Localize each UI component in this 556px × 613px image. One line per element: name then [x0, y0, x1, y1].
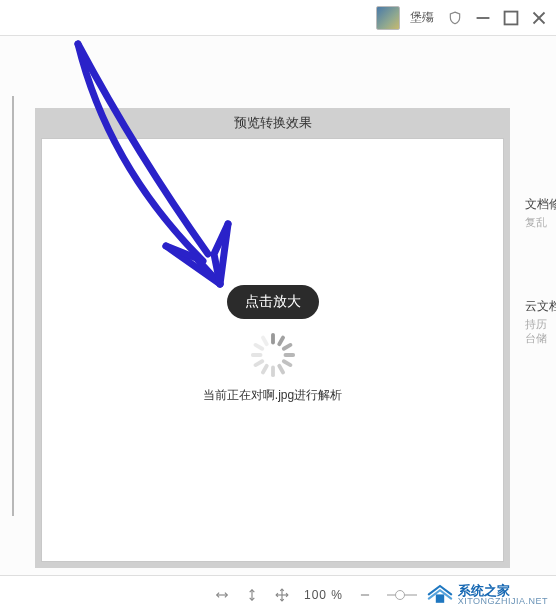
parsing-status: 当前正在对啊.jpg进行解析 — [42, 387, 503, 404]
zoom-percent: 100 % — [304, 588, 343, 602]
fit-page-icon[interactable] — [274, 587, 290, 603]
zoom-tooltip: 点击放大 — [227, 285, 319, 319]
shield-icon[interactable] — [444, 7, 466, 29]
side-card-2-sub: 持历 台储 — [525, 317, 556, 346]
svg-line-14 — [255, 345, 262, 349]
vertical-divider — [12, 96, 14, 516]
content-area: 预览转换效果 点击放大 — [0, 36, 556, 575]
svg-line-15 — [262, 338, 266, 345]
avatar[interactable] — [376, 6, 400, 30]
preview-canvas[interactable]: 点击放大 — [41, 138, 504, 562]
side-card-1-sub: 复乱 — [525, 215, 556, 230]
watermark-url: XITONGZHIJIA.NET — [458, 597, 548, 606]
svg-line-8 — [283, 361, 290, 365]
zoom-out-icon[interactable] — [357, 587, 373, 603]
fit-height-icon[interactable] — [244, 587, 260, 603]
svg-line-11 — [262, 366, 266, 373]
fit-width-icon[interactable] — [214, 587, 230, 603]
minimize-button[interactable] — [472, 7, 494, 29]
side-card-2: 云文档 持历 台储 — [525, 298, 556, 346]
side-card-1: 文档修 复乱 — [525, 196, 556, 230]
username: 堡殤 — [410, 9, 434, 26]
svg-rect-1 — [505, 11, 518, 24]
preview-panel: 预览转换效果 点击放大 — [35, 108, 510, 568]
side-card-1-title: 文档修 — [525, 196, 556, 213]
house-icon — [426, 581, 454, 609]
svg-line-6 — [283, 345, 290, 349]
loading-spinner-icon — [249, 331, 297, 379]
svg-line-12 — [255, 361, 262, 365]
titlebar: 堡殤 — [0, 0, 556, 36]
svg-line-9 — [279, 366, 283, 373]
maximize-button[interactable] — [500, 7, 522, 29]
preview-title: 预览转换效果 — [35, 108, 510, 138]
close-button[interactable] — [528, 7, 550, 29]
watermark: 系统之家 XITONGZHIJIA.NET — [422, 579, 552, 611]
zoom-slider[interactable] — [387, 590, 417, 600]
svg-line-5 — [279, 338, 283, 345]
svg-rect-21 — [435, 594, 443, 602]
side-card-2-title: 云文档 — [525, 298, 556, 315]
